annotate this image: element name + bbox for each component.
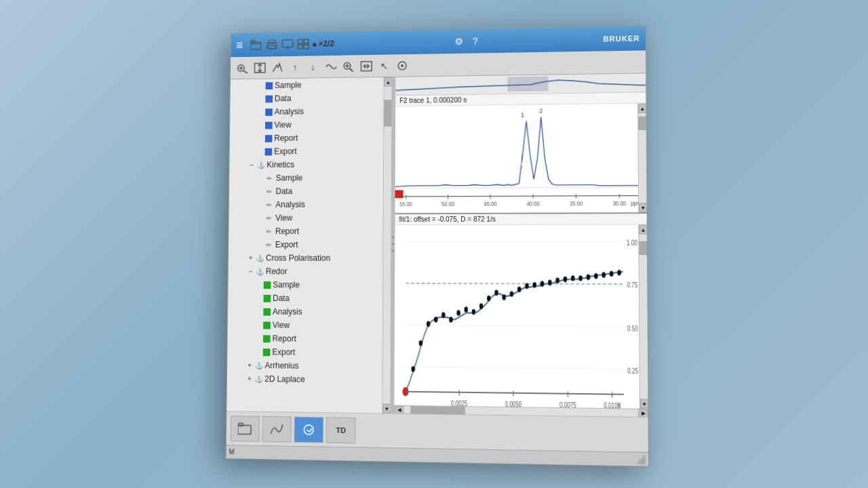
sidebar-scroll-track[interactable]: [382, 87, 391, 404]
settings-icon[interactable]: ⚙: [451, 33, 467, 49]
svg-rect-6: [298, 39, 302, 43]
tab-workflow[interactable]: [294, 416, 324, 443]
svg-line-17: [350, 68, 353, 71]
bruker-logo: BRUKER: [603, 35, 639, 43]
grid-icon[interactable]: [295, 36, 311, 52]
chart-scroll-track[interactable]: [638, 113, 646, 203]
zoom-region-icon[interactable]: [235, 60, 250, 76]
chart-scroll-thumb[interactable]: [638, 117, 646, 130]
svg-text:55.00: 55.00: [399, 201, 412, 208]
sidebar-item-label: Kinetics: [267, 160, 294, 169]
kinetics-link-icon: ⚓: [257, 161, 265, 169]
peak-pick-icon[interactable]: [270, 59, 285, 75]
sidebar-item-export-kinetics[interactable]: ✏ Export: [229, 238, 382, 251]
sidebar-item-report-blue[interactable]: Report: [230, 131, 383, 146]
fit-vertical-icon[interactable]: [252, 60, 268, 76]
tab-td[interactable]: TD: [326, 417, 356, 443]
open-folder-icon[interactable]: [248, 37, 264, 54]
chart-bottom-scroll-up[interactable]: ▲: [639, 225, 647, 235]
resize-corner[interactable]: [635, 454, 646, 464]
sidebar-item-analysis-kinetics[interactable]: ✏ Analysis: [229, 197, 383, 211]
sidebar-scrollbar[interactable]: ▲ ▼: [382, 77, 391, 413]
sidebar-item-kinetics[interactable]: − ⚓ Kinetics: [229, 157, 383, 171]
green-square-icon: [263, 348, 271, 356]
sidebar-item-redor[interactable]: − ⚓ Redor: [229, 264, 383, 278]
monitor-icon[interactable]: [279, 37, 295, 53]
svg-rect-8: [298, 45, 302, 49]
sidebar-item-report-kinetics[interactable]: ✏ Report: [229, 224, 382, 238]
sidebar-item-view-kinetics[interactable]: ✏ View: [229, 211, 383, 224]
arrow-down-icon[interactable]: ↓: [305, 59, 321, 75]
sidebar-item-sample-redor[interactable]: Sample: [228, 278, 382, 292]
chart-bottom-scrollbar[interactable]: ▲ ▼: [638, 225, 648, 409]
sidebar-item-view-redor[interactable]: View: [228, 318, 382, 333]
sidebar-item-arrhenius[interactable]: + ⚓ Arrhenius: [227, 359, 382, 373]
sidebar-item-report-redor[interactable]: Report: [228, 331, 382, 346]
svg-point-68: [510, 291, 514, 296]
svg-rect-7: [304, 39, 309, 43]
svg-point-24: [392, 237, 394, 239]
scroll-right-button[interactable]: ▶: [638, 409, 648, 417]
sidebar-item-view-blue[interactable]: View: [230, 117, 383, 132]
sidebar-item-label: Data: [275, 94, 292, 103]
hamburger-menu-icon[interactable]: ≡: [236, 39, 243, 52]
sidebar-scroll-thumb[interactable]: [384, 100, 391, 126]
record-icon[interactable]: ●: [312, 39, 317, 49]
pointer-mode-icon[interactable]: ↖: [376, 58, 393, 74]
expand-cross-pol-icon[interactable]: +: [247, 254, 255, 262]
top-chart-section: F2 trace 1, 0.000200 s: [395, 73, 647, 214]
bottom-chart-section: fit/1: offset = -0.075, D = 872 1/s 1.00…: [394, 214, 648, 417]
sidebar-item-export-redor[interactable]: Export: [227, 345, 382, 360]
sidebar-content[interactable]: Sample Data Analysis: [227, 77, 384, 387]
chart-top-scrollbar[interactable]: ▲ ▼: [637, 104, 646, 213]
circle-settings-icon[interactable]: [394, 57, 410, 73]
tab-folder[interactable]: [231, 415, 260, 442]
expand-placeholder: [254, 321, 262, 329]
expand-placeholder: [256, 108, 264, 116]
sidebar-item-data-blue[interactable]: Data: [230, 91, 383, 106]
collapse-kinetics-icon[interactable]: −: [248, 161, 256, 169]
sidebar-item-analysis-redor[interactable]: Analysis: [228, 305, 382, 319]
scroll-left-button[interactable]: ◀: [394, 405, 403, 413]
chart-scroll-up[interactable]: ▲: [638, 104, 646, 113]
sidebar-item-label: Sample: [275, 81, 301, 90]
expand-placeholder: [254, 308, 262, 316]
help-icon[interactable]: ?: [467, 33, 484, 49]
spectrum-svg: 1 2 55.00 50.00 45.00: [395, 104, 639, 213]
print-icon[interactable]: [264, 37, 279, 53]
sidebar-item-data-redor[interactable]: Data: [228, 291, 382, 306]
green-square-icon: [263, 321, 271, 329]
svg-point-81: [610, 271, 614, 277]
green-square-icon: [264, 295, 271, 302]
sidebar-item-label: Cross Polarisation: [266, 253, 330, 263]
sidebar-item-sample-kinetics[interactable]: ✏ Sample: [229, 171, 383, 185]
svg-point-79: [594, 273, 598, 279]
sidebar-item-2d-laplace[interactable]: + ⚓ 2D Laplace: [227, 372, 382, 388]
expand-2d-laplace-icon[interactable]: +: [245, 375, 254, 383]
svg-rect-5: [282, 40, 293, 47]
sidebar-item-analysis-blue[interactable]: Analysis: [230, 104, 383, 119]
chart-bottom-scroll-down[interactable]: ▼: [640, 399, 648, 409]
sidebar-item-label: Report: [273, 334, 296, 344]
collapse-redor-icon[interactable]: −: [247, 267, 255, 275]
svg-point-74: [555, 278, 559, 283]
arrow-up-icon[interactable]: ↑: [288, 59, 303, 75]
chart-scroll-down[interactable]: ▼: [639, 203, 647, 212]
sidebar-item-label: Arrhenius: [264, 361, 298, 370]
zoom-in-icon[interactable]: [340, 58, 357, 75]
fit-chart: 1.00 0.75 0.50 0.25: [394, 225, 648, 409]
chart-bottom-scroll-thumb[interactable]: [639, 241, 647, 255]
svg-point-56: [419, 340, 423, 346]
sidebar-item-data-kinetics[interactable]: ✏ Data: [229, 184, 383, 199]
sidebar-item-cross-polarisation[interactable]: + ⚓ Cross Polarisation: [229, 251, 383, 265]
tab-analysis[interactable]: [262, 415, 292, 442]
h-scroll-thumb[interactable]: [410, 406, 465, 414]
svg-text:1.00: 1.00: [627, 238, 637, 247]
pencil-icon: ✏: [264, 200, 274, 209]
chart-bottom-scroll-track[interactable]: [639, 235, 648, 399]
expand-arrhenius-icon[interactable]: +: [245, 361, 254, 369]
zoom-fit-icon[interactable]: [358, 58, 374, 74]
svg-text:2: 2: [539, 107, 542, 115]
sidebar-item-export-blue[interactable]: Export: [230, 144, 384, 158]
phase-icon[interactable]: [323, 58, 338, 75]
